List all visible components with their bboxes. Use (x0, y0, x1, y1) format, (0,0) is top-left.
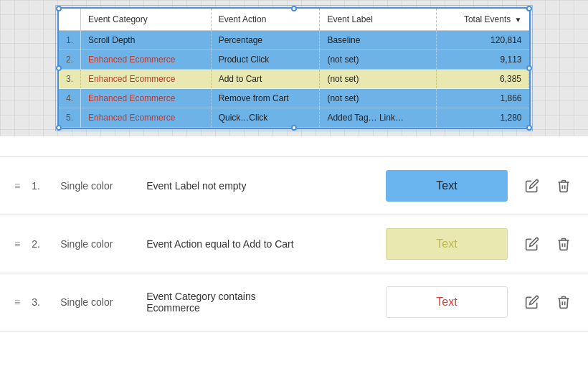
cell-total: 120,814 (437, 31, 529, 50)
edit-button[interactable] (522, 292, 542, 312)
rule-number: 2. (32, 238, 46, 250)
table-row: 4.Enhanced EcommerceRemove from Cart(not… (59, 89, 529, 108)
table-row: 2.Enhanced EcommerceProduct Click(not se… (59, 50, 529, 70)
edit-button[interactable] (522, 234, 542, 254)
spreadsheet-preview: Event Category Event Action Event Label … (0, 0, 588, 136)
drag-handle-icon[interactable]: ≡ (14, 181, 20, 191)
delete-button[interactable] (554, 176, 574, 196)
rule-condition: Event Category contains Ecommerce (146, 291, 371, 314)
rule-preview: Text (386, 170, 508, 202)
rule-preview: Text (386, 228, 508, 260)
resize-handle-tr[interactable] (526, 6, 532, 11)
cell-label: Baseline (320, 31, 437, 50)
resize-handle-br[interactable] (526, 125, 532, 131)
col-header-label: Event Label (320, 9, 437, 31)
rule-type: Single color (60, 296, 132, 308)
col-header-total[interactable]: Total Events ▼ (437, 9, 529, 31)
cell-category: Enhanced Ecommerce (81, 89, 212, 108)
resize-handle-tm[interactable] (291, 6, 297, 11)
cell-action: Add to Cart (211, 70, 320, 89)
rule-actions (522, 176, 574, 196)
col-header-category: Event Category (81, 9, 212, 31)
cell-action: Percentage (211, 31, 320, 50)
cell-category: Scroll Depth (81, 31, 212, 50)
table-row: 1.Scroll DepthPercentageBaseline120,814 (59, 31, 529, 50)
cell-num: 1. (59, 31, 81, 50)
delete-button[interactable] (554, 292, 574, 312)
resize-handle-bl[interactable] (56, 125, 62, 131)
cell-total: 9,113 (437, 50, 529, 70)
rule-number: 3. (32, 296, 46, 308)
delete-button[interactable] (554, 234, 574, 254)
drag-handle-icon[interactable]: ≡ (14, 297, 20, 307)
cell-num: 4. (59, 89, 81, 108)
rule-condition: Event Label not empty (146, 180, 371, 192)
cell-total: 1,280 (437, 108, 529, 128)
cell-num: 2. (59, 50, 81, 70)
cell-total: 1,866 (437, 89, 529, 108)
table-container: Event Category Event Action Event Label … (57, 7, 531, 129)
cell-action: Remove from Cart (211, 89, 320, 108)
rule-row: ≡ 2. Single color Event Action equal to … (0, 215, 588, 273)
cell-category: Enhanced Ecommerce (81, 50, 212, 70)
resize-handle-ml[interactable] (56, 65, 62, 71)
rules-list: ≡ 1. Single color Event Label not empty … (0, 157, 588, 332)
col-header-action: Event Action (211, 9, 320, 31)
cell-action: Quick…Click (211, 108, 320, 128)
resize-handle-bm[interactable] (291, 125, 297, 131)
rule-type: Single color (60, 180, 132, 192)
cell-action: Product Click (211, 50, 320, 70)
rule-row: ≡ 1. Single color Event Label not empty … (0, 157, 588, 215)
cell-label: (not set) (320, 50, 437, 70)
cell-label: Added Tag… Link… (320, 108, 437, 128)
rule-type: Single color (60, 238, 132, 250)
resize-handle-tl[interactable] (56, 6, 62, 11)
rule-preview: Text (386, 286, 508, 318)
rule-actions (522, 234, 574, 254)
rule-number: 1. (32, 180, 46, 192)
data-table: Event Category Event Action Event Label … (59, 9, 529, 128)
cell-category: Enhanced Ecommerce (81, 70, 212, 89)
rule-actions (522, 292, 574, 312)
resize-handle-mr[interactable] (526, 65, 532, 71)
cell-label: (not set) (320, 89, 437, 108)
rule-row: ≡ 3. Single color Event Category contain… (0, 273, 588, 332)
cell-category: Enhanced Ecommerce (81, 108, 212, 128)
edit-button[interactable] (522, 176, 542, 196)
rule-condition: Event Action equal to Add to Cart (146, 238, 371, 250)
cell-num: 5. (59, 108, 81, 128)
sort-arrow-icon: ▼ (515, 16, 522, 24)
cell-label: (not set) (320, 70, 437, 89)
col-header-num (59, 9, 81, 31)
rules-section: ≡ 1. Single color Event Label not empty … (0, 136, 588, 376)
cell-num: 3. (59, 70, 81, 89)
table-row: 3.Enhanced EcommerceAdd to Cart(not set)… (59, 70, 529, 89)
rules-header (0, 136, 588, 157)
cell-total: 6,385 (437, 70, 529, 89)
drag-handle-icon[interactable]: ≡ (14, 239, 20, 249)
